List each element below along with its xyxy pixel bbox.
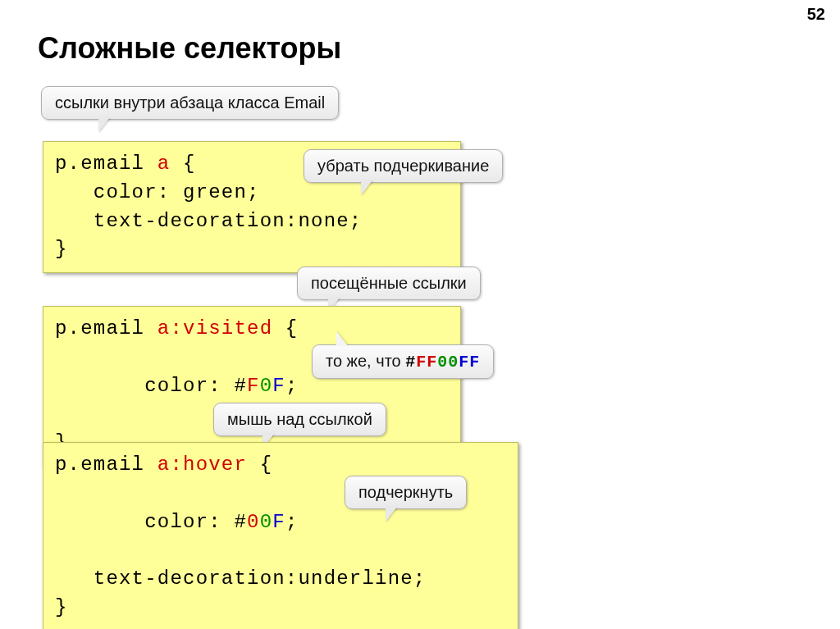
code1-l1b: a [158, 153, 171, 175]
callout-top: ссылки внутри абзаца класса Email [41, 86, 339, 120]
code3-l2b: # [234, 511, 247, 533]
callout-top-tail [98, 117, 110, 132]
code3-l1c: { [247, 454, 272, 476]
code3-l1b: a:hover [158, 454, 247, 476]
code3-l2r: 0 [247, 511, 260, 533]
code2-l2r: F [247, 375, 260, 397]
callout-mouse-over: мышь над ссылкой [213, 403, 386, 436]
code-block-3: p.email a:hover { color: #00F; text-deco… [43, 442, 518, 629]
callout-remove-underline-tail [361, 180, 372, 195]
code3-l3: text-decoration:underline; [55, 565, 506, 594]
page-number: 52 [807, 5, 825, 24]
code2-l1a: p.email [55, 317, 158, 340]
code2-l2a: color: [106, 375, 234, 397]
callout-same-as-tail [336, 331, 348, 346]
code3-l2c: ; [285, 511, 299, 533]
code3-l2g: 0 [260, 511, 273, 533]
callout-underline-tail [386, 507, 397, 522]
slide-title: Сложные селекторы [38, 31, 341, 66]
code3-l1a: p.email [55, 454, 158, 476]
code1-l3: text-decoration:none; [55, 207, 449, 236]
code3-l4: } [55, 594, 506, 622]
callout-same-as-b: FF [459, 353, 480, 371]
code3-l2a: color: [106, 511, 234, 533]
callout-same-as: то же, что #FF00FF [312, 344, 494, 379]
callout-visited: посещённые ссылки [297, 267, 481, 300]
callout-remove-underline: убрать подчеркивание [304, 149, 503, 183]
code1-l1c: { [170, 153, 195, 175]
callout-same-as-hash: # [405, 353, 416, 371]
code1-l1a: p.email [55, 153, 158, 175]
callout-same-as-prefix: то же, что [326, 352, 405, 370]
code3-l2bb: F [272, 511, 285, 533]
code1-l2: color: green; [55, 179, 449, 207]
code2-l2b: # [234, 375, 247, 397]
callout-underline: подчеркнуть [345, 476, 467, 509]
code2-l2c: ; [285, 375, 299, 397]
callout-same-as-r: FF [416, 353, 437, 371]
code2-l1b: a:visited [158, 317, 272, 340]
code2-l2g: 0 [260, 375, 273, 397]
callout-same-as-g: 00 [437, 353, 459, 371]
code2-l1c: { [272, 317, 298, 340]
code1-l4: } [55, 235, 449, 264]
code2-l2bb: F [272, 375, 285, 397]
